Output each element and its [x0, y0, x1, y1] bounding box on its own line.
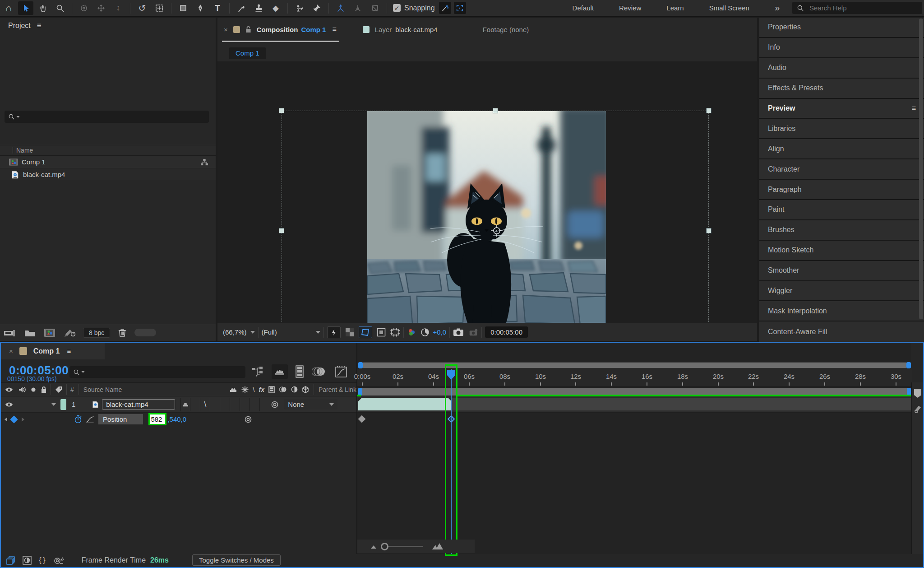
project-row-comp[interactable]: Comp 1: [0, 156, 216, 168]
fast-preview-icon[interactable]: [327, 326, 341, 338]
layer-tab-name[interactable]: black-cat.mp4: [395, 26, 437, 33]
sidebar-item-preview[interactable]: Preview≡: [759, 99, 924, 119]
source-name-column-header[interactable]: Source Name: [83, 386, 122, 393]
expand-layer-caret[interactable]: [51, 403, 56, 406]
selection-handle[interactable]: [706, 108, 711, 113]
selection-handle[interactable]: [279, 108, 284, 113]
layer-fx-switch[interactable]: [210, 398, 220, 411]
zoom-slider-knob[interactable]: [381, 543, 388, 550]
help-search[interactable]: [792, 2, 922, 14]
video-column-eye-icon[interactable]: [5, 386, 14, 393]
panel-menu-icon[interactable]: ≡: [332, 25, 336, 33]
snapping-toggle[interactable]: ✓ Snapping: [393, 4, 435, 12]
clone-stamp-tool[interactable]: [251, 1, 266, 15]
lock-column-icon[interactable]: [41, 386, 47, 393]
pen-tool[interactable]: [193, 1, 208, 15]
workspace-small-screen[interactable]: Small Screen: [697, 4, 762, 12]
layer-quality-switch[interactable]: \: [200, 398, 210, 411]
sidebar-item-info[interactable]: Info: [759, 38, 924, 58]
name-column-header[interactable]: Name: [16, 147, 33, 154]
layer-visibility-eye-icon[interactable]: [5, 401, 14, 408]
workspace-default[interactable]: Default: [560, 4, 607, 12]
panel-menu-icon[interactable]: ≡: [37, 21, 42, 30]
sidebar-item-character[interactable]: Character: [759, 159, 924, 180]
timeline-search[interactable]: [69, 366, 245, 378]
search-options-caret[interactable]: [17, 116, 20, 117]
camera-region-tool[interactable]: [152, 1, 167, 15]
sidebar-item-wiggler[interactable]: Wiggler: [759, 281, 924, 302]
time-ruler[interactable]: 0:00s 02s 04s 06s 08s 10s 12s 14s 16s 18…: [357, 369, 912, 387]
parent-link-dropdown[interactable]: None: [284, 399, 337, 410]
trash-icon[interactable]: [118, 328, 126, 337]
composition-tab-name[interactable]: Comp 1: [301, 26, 326, 33]
snap-to-feature-button[interactable]: [439, 2, 451, 14]
layer-label-chip[interactable]: [60, 399, 66, 410]
fx-switch-icon[interactable]: fx: [259, 386, 264, 393]
mask-visibility-icon[interactable]: [359, 326, 372, 338]
proxy-toggle-icon[interactable]: [64, 328, 76, 337]
puppet-pin-tool[interactable]: [309, 1, 324, 15]
exposure-value[interactable]: +0,0: [433, 328, 447, 336]
property-name[interactable]: Position: [98, 414, 143, 424]
search-options-caret[interactable]: [82, 371, 85, 373]
show-snapshot-icon[interactable]: [468, 328, 478, 336]
selection-handle[interactable]: [706, 228, 711, 233]
solo-column-icon[interactable]: [31, 387, 36, 392]
composition-view[interactable]: [217, 61, 757, 323]
3d-layer-switch-icon[interactable]: [302, 386, 309, 393]
timeline-zoom-slider[interactable]: [384, 546, 423, 547]
sidebar-item-paint[interactable]: Paint: [759, 200, 924, 220]
composition-mini-flowchart-icon[interactable]: [252, 366, 263, 377]
number-column-header[interactable]: #: [70, 386, 74, 393]
close-tab-icon[interactable]: ×: [9, 347, 13, 355]
comp-flowchart-icon[interactable]: [913, 405, 922, 414]
composition-tab-label[interactable]: Composition: [257, 26, 298, 33]
rotation-tool[interactable]: ↺: [134, 1, 150, 15]
column-panes-icon[interactable]: { }: [39, 556, 46, 565]
sidebar-item-mask-interpolation[interactable]: Mask Interpolation: [759, 301, 924, 321]
frame-blend-switch-icon[interactable]: [268, 386, 275, 393]
home-button[interactable]: ⌂: [1, 1, 16, 15]
layer-bounding-box[interactable]: [282, 111, 709, 323]
magnification-dropdown[interactable]: (66,7%): [223, 328, 255, 336]
graph-editor-icon[interactable]: [335, 365, 347, 378]
sidebar-item-libraries[interactable]: Libraries: [759, 119, 924, 139]
layer-source-name[interactable]: black-cat.mp4: [102, 399, 175, 410]
folder-icon[interactable]: [24, 329, 35, 337]
expand-layer-switches-icon[interactable]: [6, 556, 15, 565]
zoom-tool[interactable]: [52, 1, 68, 15]
sidebar-item-content-aware-fill[interactable]: Content-Aware Fill: [759, 321, 924, 342]
footage-tab-label[interactable]: Footage (none): [483, 26, 529, 33]
adjustment-layer-switch-icon[interactable]: [291, 386, 298, 393]
selection-handle[interactable]: [493, 108, 498, 113]
help-search-input[interactable]: [808, 4, 899, 12]
motion-blur-icon[interactable]: [312, 366, 326, 377]
zoom-in-mountains-icon[interactable]: [431, 543, 444, 550]
layer-motion-blur-switch[interactable]: [230, 398, 240, 411]
zoom-out-mountain-icon[interactable]: [370, 544, 378, 549]
roto-brush-tool[interactable]: [292, 1, 307, 15]
property-pickwhip-icon[interactable]: [244, 415, 252, 424]
quality-switch-icon[interactable]: \: [253, 386, 254, 393]
sidebar-scrollbar[interactable]: [919, 19, 923, 319]
motion-blur-switch-icon[interactable]: [279, 386, 287, 393]
selection-tool[interactable]: [18, 1, 33, 15]
hand-tool[interactable]: [35, 1, 51, 15]
panel-menu-icon[interactable]: ≡: [912, 104, 916, 112]
layer-collapse-switch[interactable]: [190, 398, 200, 411]
keyframe-toggle-diamond[interactable]: [10, 415, 18, 423]
timeline-search-input[interactable]: [85, 368, 230, 376]
workspace-learn[interactable]: Learn: [654, 4, 696, 12]
timeline-tab[interactable]: × Comp 1 ≡: [1, 343, 105, 359]
parent-pickwhip-icon[interactable]: [271, 400, 279, 409]
sidebar-item-properties[interactable]: Properties: [759, 18, 924, 38]
time-navigator[interactable]: [358, 362, 911, 368]
type-tool[interactable]: T: [210, 1, 225, 15]
close-tab-icon[interactable]: ×: [224, 26, 228, 33]
exposure-icon[interactable]: [420, 328, 430, 337]
sidebar-item-brushes[interactable]: Brushes: [759, 220, 924, 241]
comp-subtab[interactable]: Comp 1: [229, 47, 266, 59]
sidebar-item-motion-sketch[interactable]: Motion Sketch: [759, 241, 924, 261]
panel-menu-icon[interactable]: ≡: [67, 347, 71, 355]
project-search[interactable]: [5, 111, 209, 123]
